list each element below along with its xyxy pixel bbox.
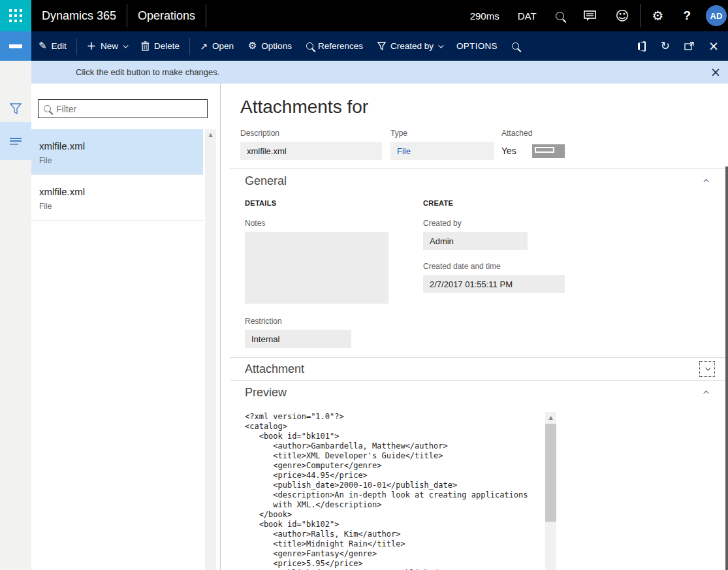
- preview-scrollbar[interactable]: ▲: [545, 412, 556, 570]
- general-section-header[interactable]: General: [230, 169, 728, 193]
- delete-button[interactable]: Delete: [134, 31, 187, 61]
- search-icon: [556, 12, 564, 20]
- attachment-expand-button[interactable]: [699, 361, 715, 377]
- gear-icon: ⚙: [652, 9, 663, 22]
- options-button[interactable]: ⚙Options: [241, 31, 299, 61]
- filter-input[interactable]: [56, 104, 202, 114]
- preview-scrollbar-thumb[interactable]: [545, 424, 556, 522]
- app-title[interactable]: Dynamics 365: [31, 0, 127, 31]
- toolbar-divider: [189, 38, 190, 55]
- attached-toggle[interactable]: [532, 144, 565, 158]
- created-by-value[interactable]: Admin: [423, 232, 528, 250]
- notification-message: Click the edit button to make changes.: [76, 67, 219, 77]
- app-area-title[interactable]: Operations: [127, 0, 206, 31]
- preview-section-header[interactable]: Preview: [230, 381, 728, 404]
- preview-section-title: Preview: [245, 386, 287, 400]
- nav-menu-button[interactable]: [0, 31, 31, 61]
- restriction-value[interactable]: Internal: [245, 330, 351, 348]
- details-group: DETAILS Notes Restriction Internal: [245, 194, 423, 348]
- create-group-label: CREATE: [423, 199, 565, 207]
- close-icon: ×: [710, 65, 721, 79]
- chevron-down-icon: [705, 365, 710, 370]
- company-badge[interactable]: DAT: [509, 10, 546, 22]
- general-collapse-button[interactable]: [699, 173, 715, 189]
- search-icon: [512, 42, 519, 50]
- notification-bar: Click the edit button to make changes. ×: [31, 61, 728, 84]
- description-value[interactable]: xmlfile.xml: [240, 142, 382, 160]
- toolbar-divider: [76, 38, 77, 55]
- action-pane: ✎Edit +New Delete ↗Open ⚙Options Referen…: [0, 31, 728, 61]
- filter-field: [38, 99, 208, 118]
- create-group: CREATE Created by Admin Created date and…: [423, 194, 565, 348]
- toggle-thumb: [535, 147, 554, 153]
- created-by-filter-button[interactable]: Created by: [370, 31, 449, 61]
- attached-label: Attached: [501, 129, 565, 138]
- feedback-button[interactable]: [574, 0, 606, 31]
- latency-indicator: 290ms: [461, 10, 509, 22]
- preview-collapse-button[interactable]: [699, 385, 715, 400]
- options-tab[interactable]: OPTIONS: [449, 31, 505, 61]
- open-new-window-button[interactable]: [677, 31, 701, 61]
- dynamics-365-window: Dynamics 365 Operations 290ms DAT ☺ ⚙ ? …: [0, 0, 728, 570]
- action-pane-right-cluster: ↻ ×: [630, 31, 728, 61]
- gear-icon: ⚙: [248, 41, 257, 51]
- list-item[interactable]: xmlfile.xml File: [31, 129, 203, 175]
- close-page-button[interactable]: ×: [701, 31, 728, 61]
- list-item[interactable]: xmlfile.xml File: [31, 175, 203, 221]
- hamburger-icon: [9, 44, 22, 48]
- references-button[interactable]: References: [299, 31, 370, 61]
- refresh-icon: ↻: [661, 40, 670, 52]
- page-title: Attachments for: [240, 97, 728, 118]
- refresh-button[interactable]: ↻: [654, 31, 677, 61]
- attachment-section: Attachment: [230, 357, 728, 381]
- user-avatar[interactable]: AD: [706, 5, 727, 26]
- notification-close-button[interactable]: ×: [706, 61, 725, 84]
- page-scrollbar[interactable]: [725, 166, 728, 570]
- xml-preview-content: <?xml version="1.0"?> <catalog> <book id…: [245, 412, 545, 570]
- app-launcher-button[interactable]: [0, 0, 31, 31]
- notes-label: Notes: [245, 219, 423, 228]
- created-datetime-value[interactable]: 2/7/2017 01:55:11 PM: [423, 275, 565, 293]
- smiley-icon: ☺: [616, 9, 629, 22]
- popout-icon: [684, 42, 694, 50]
- search-icon: [44, 105, 51, 112]
- list-scrollbar[interactable]: ▲: [205, 129, 216, 570]
- toolbar-search-button[interactable]: [505, 31, 526, 61]
- office-button[interactable]: [630, 31, 654, 61]
- attached-value: Yes: [501, 146, 516, 156]
- general-section-body: DETAILS Notes Restriction Internal CREAT…: [230, 193, 728, 357]
- attached-field: Attached Yes: [501, 129, 565, 160]
- topbar-divider: [640, 4, 641, 27]
- description-label: Description: [240, 129, 382, 138]
- search-button[interactable]: [546, 0, 574, 31]
- chevron-down-icon: [438, 42, 443, 48]
- sentiment-button[interactable]: ☺: [606, 0, 639, 31]
- settings-button[interactable]: ⚙: [642, 0, 673, 31]
- attachment-name: xmlfile.xml: [39, 186, 203, 197]
- trash-icon: [141, 41, 150, 51]
- chevron-up-icon: [703, 390, 708, 396]
- type-field: Type File: [390, 129, 494, 160]
- attachments-list: xmlfile.xml File xmlfile.xml File: [31, 129, 203, 221]
- rail-list-button[interactable]: [0, 122, 31, 160]
- edit-button[interactable]: ✎Edit: [31, 31, 74, 61]
- search-icon: [306, 42, 313, 50]
- notes-textarea[interactable]: [245, 232, 388, 304]
- scroll-up-icon: ▲: [545, 412, 556, 420]
- type-label: Type: [390, 129, 494, 138]
- rail-filter-button[interactable]: [0, 95, 31, 122]
- help-button[interactable]: ?: [673, 0, 701, 31]
- general-section: General DETAILS Notes Restriction Intern…: [230, 168, 728, 357]
- details-group-label: DETAILS: [245, 199, 423, 207]
- open-arrow-icon: ↗: [200, 42, 208, 51]
- header-fields: Description xmlfile.xml Type File Attach…: [240, 129, 728, 160]
- attachment-section-header[interactable]: Attachment: [230, 358, 728, 381]
- type-value[interactable]: File: [390, 142, 494, 160]
- plus-icon: +: [87, 40, 96, 52]
- new-button[interactable]: +New: [80, 31, 134, 61]
- chevron-down-icon: [123, 42, 128, 48]
- help-icon: ?: [683, 8, 691, 23]
- open-button[interactable]: ↗Open: [193, 31, 241, 61]
- top-navbar: Dynamics 365 Operations 290ms DAT ☺ ⚙ ? …: [0, 0, 728, 31]
- funnel-icon: [10, 103, 22, 114]
